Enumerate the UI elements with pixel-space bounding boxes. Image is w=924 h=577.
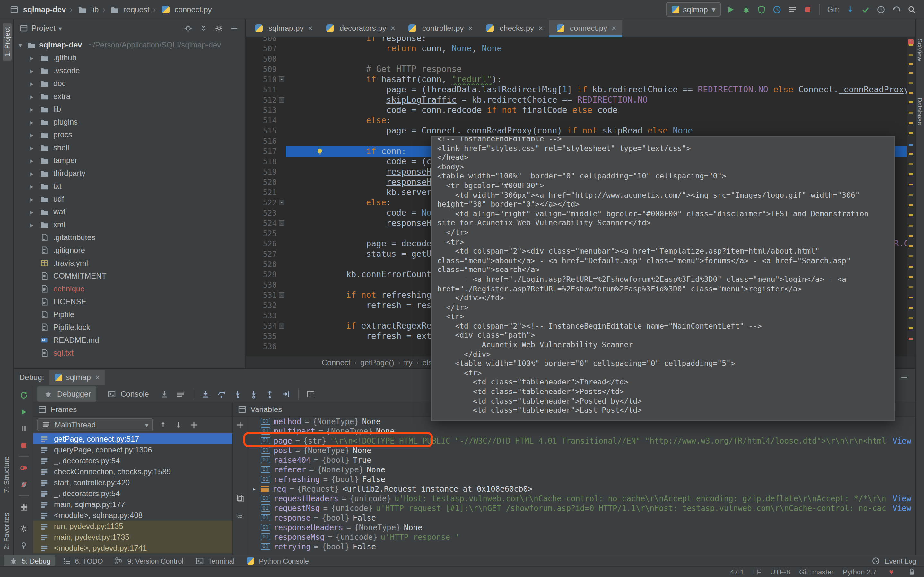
frame-row[interactable]: checkConnection, checks.py:1589 xyxy=(33,466,232,477)
line-number[interactable]: 519 xyxy=(246,167,286,177)
tree-root[interactable]: ▾ sqlmap-dev ~/Person/Application/SQLI/s… xyxy=(14,39,245,52)
stripe-mark[interactable] xyxy=(909,204,913,206)
toolwindow-button-event-log[interactable]: Event Log xyxy=(866,554,920,567)
step-out-icon[interactable] xyxy=(264,388,276,400)
line-number[interactable]: 510- xyxy=(246,74,286,85)
code-breadcrumb-item[interactable]: try xyxy=(404,358,413,367)
rerun-icon[interactable] xyxy=(18,390,29,401)
variable-row-responseMsg[interactable]: 01responseMsg = {unicode} u'HTTP respons… xyxy=(247,532,915,542)
fold-icon[interactable]: - xyxy=(279,220,284,226)
variable-row-refreshing[interactable]: 01refreshing = {bool} False xyxy=(247,474,915,484)
expand-arrow-icon[interactable]: ▸ xyxy=(28,221,35,228)
run-config-select[interactable]: sqlmap ▾ xyxy=(666,2,721,17)
add-watch-icon[interactable] xyxy=(234,419,246,431)
stripe-mark[interactable] xyxy=(909,194,913,196)
tree-folder[interactable]: ▸thirdparty xyxy=(14,167,245,180)
commit-icon[interactable] xyxy=(860,3,871,15)
mute-breakpoints-icon[interactable] xyxy=(18,479,29,490)
variable-row-retrying[interactable]: 01retrying = {bool} False xyxy=(247,542,915,551)
fold-icon[interactable]: - xyxy=(279,97,284,103)
view-breakpoints-icon[interactable] xyxy=(18,462,29,474)
step-over-icon[interactable] xyxy=(216,388,227,400)
tree-folder[interactable]: ▸plugins xyxy=(14,116,245,128)
intention-bulb-icon[interactable] xyxy=(315,147,324,156)
pin-icon[interactable] xyxy=(18,540,29,551)
stop-icon[interactable] xyxy=(802,3,814,15)
line-number[interactable]: 527 xyxy=(246,249,286,259)
stripe-mark[interactable] xyxy=(909,255,913,257)
line-number[interactable]: 516 xyxy=(246,136,286,146)
status-item-utf-8[interactable]: UTF-8 xyxy=(770,568,790,576)
tree-folder[interactable]: ▸tamper xyxy=(14,154,245,167)
editor-tab-sqlmap.py[interactable]: sqlmap.py× xyxy=(247,20,318,37)
line-number[interactable]: 522- xyxy=(246,198,286,208)
line-number[interactable]: 529 xyxy=(246,269,286,280)
expand-arrow-icon[interactable]: ▸ xyxy=(28,67,35,74)
line-number[interactable]: 507 xyxy=(246,44,286,54)
frame-row[interactable]: run, pydevd.py:1135 xyxy=(33,521,232,532)
tree-file[interactable]: echnique xyxy=(14,282,245,295)
toolwindow-button-database[interactable]: Database xyxy=(916,98,923,125)
stripe-mark[interactable] xyxy=(909,173,913,175)
run-icon[interactable] xyxy=(725,3,737,15)
code-breadcrumb-item[interactable]: getPage() xyxy=(360,358,394,367)
line-number[interactable]: 511 xyxy=(246,85,286,95)
expand-arrow-icon[interactable]: ▸ xyxy=(28,144,35,151)
stripe-mark[interactable] xyxy=(909,225,913,227)
line-number[interactable]: 509 xyxy=(246,64,286,74)
editor-tab-connect.py[interactable]: connect.py× xyxy=(549,20,622,37)
variable-row-referer[interactable]: 01referer = {NoneType} None xyxy=(247,465,915,474)
variable-row-requestMsg[interactable]: 01requestMsg = {unicode} u'HTTP request … xyxy=(247,503,915,513)
expand-arrow-icon[interactable]: ▸ xyxy=(28,170,35,177)
line-number[interactable]: 528 xyxy=(246,259,286,269)
pause-icon[interactable] xyxy=(18,423,29,435)
stripe-mark[interactable] xyxy=(909,144,913,146)
expand-arrow-icon[interactable]: ▸ xyxy=(28,106,35,113)
tree-folder[interactable]: ▸.github xyxy=(14,52,245,64)
hide-icon[interactable] xyxy=(898,372,910,383)
tree-file[interactable]: sql.txt xyxy=(14,347,245,359)
update-project-icon[interactable] xyxy=(844,3,856,15)
tree-file[interactable]: LICENSE xyxy=(14,295,245,308)
view-value-link[interactable]: View xyxy=(893,503,911,513)
code-breadcrumb-item[interactable]: Connect xyxy=(322,358,350,367)
expand-arrow-icon[interactable]: ▸ xyxy=(28,80,35,87)
status-item-python-2-7[interactable]: Python 2.7 xyxy=(843,568,877,576)
stripe-mark[interactable] xyxy=(909,307,913,309)
stripe-mark[interactable] xyxy=(909,276,913,278)
tree-folder[interactable]: ▸waf xyxy=(14,205,245,218)
expand-arrow-icon[interactable]: ▸ xyxy=(28,93,35,100)
tree-file[interactable]: COMMITMENT xyxy=(14,269,245,282)
step-into-icon[interactable] xyxy=(232,388,243,400)
stripe-mark[interactable] xyxy=(909,92,913,94)
tree-folder[interactable]: ▸.vscode xyxy=(14,64,245,77)
expand-arrow-icon[interactable]: ▾ xyxy=(17,41,24,48)
status-item-47-1[interactable]: 47:1 xyxy=(730,568,744,576)
debug-session-tab[interactable]: sqlmap × xyxy=(49,370,105,385)
variable-row-post[interactable]: 01post = {NoneType} None xyxy=(247,445,915,455)
frame-row[interactable]: start, controller.py:420 xyxy=(33,477,232,488)
line-number[interactable]: 524- xyxy=(246,218,286,229)
fold-icon[interactable]: - xyxy=(279,76,284,82)
stripe-mark[interactable] xyxy=(909,112,913,114)
stripe-mark[interactable] xyxy=(909,317,913,319)
stripe-mark[interactable] xyxy=(909,54,913,56)
toolwindow-button-6-todo[interactable]: 6: TODO xyxy=(57,554,106,567)
frame-row[interactable]: main, sqlmap.py:177 xyxy=(33,499,232,509)
line-number[interactable]: 521 xyxy=(246,187,286,198)
toolwindow-button-project[interactable]: 1: Project xyxy=(3,23,11,61)
down-icon[interactable] xyxy=(173,419,184,431)
toolwindow-button-sciview[interactable]: SciView xyxy=(916,39,923,61)
line-number[interactable]: 506 xyxy=(246,37,286,44)
line-number[interactable]: 514 xyxy=(246,116,286,126)
expand-arrow-icon[interactable]: ▸ xyxy=(28,131,35,138)
line-number[interactable]: 517 xyxy=(246,146,286,156)
line-number[interactable]: 513 xyxy=(246,105,286,116)
toolwindow-button-structure[interactable]: 7: Structure xyxy=(3,456,10,493)
toolwindow-button-9-version-control[interactable]: 9: Version Control xyxy=(110,554,187,567)
stripe-mark[interactable] xyxy=(909,102,913,103)
line-number[interactable]: 534- xyxy=(246,321,286,331)
variable-row-requestHeaders[interactable]: 01requestHeaders = {unicode} u'Host: tes… xyxy=(247,493,915,503)
settings-icon[interactable] xyxy=(18,523,29,535)
frame-row[interactable]: _, decorators.py:54 xyxy=(33,488,232,499)
